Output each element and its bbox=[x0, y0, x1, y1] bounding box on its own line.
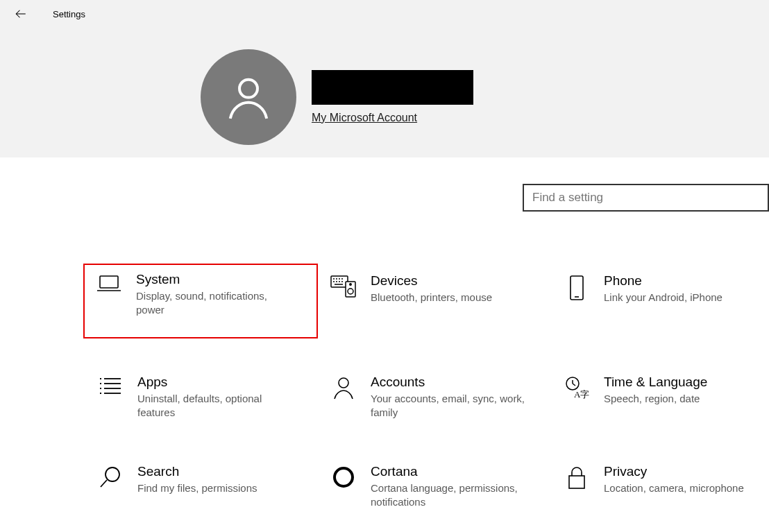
tile-title: Search bbox=[137, 464, 257, 479]
search-icon bbox=[99, 465, 122, 489]
svg-rect-35 bbox=[569, 476, 584, 488]
lock-icon bbox=[566, 465, 588, 490]
body-area: System Display, sound, notifications, po… bbox=[0, 157, 769, 185]
tile-sub: Cortana language, permissions, notificat… bbox=[371, 481, 530, 510]
tile-title: Phone bbox=[604, 273, 722, 289]
tile-accounts[interactable]: Accounts Your accounts, email, sync, wor… bbox=[318, 366, 551, 429]
tile-title: Cortana bbox=[371, 464, 530, 479]
tile-privacy[interactable]: Privacy Location, camera, microphone bbox=[551, 456, 769, 518]
tile-cortana[interactable]: Cortana Cortana language, permissions, n… bbox=[318, 456, 551, 518]
svg-point-34 bbox=[335, 468, 353, 486]
tile-phone[interactable]: Phone Link your Android, iPhone bbox=[551, 265, 769, 338]
tile-sub: Location, camera, microphone bbox=[604, 481, 744, 495]
tile-sub: Your accounts, email, sync, work, family bbox=[371, 392, 530, 420]
svg-rect-2 bbox=[100, 276, 118, 288]
tile-sub: Link your Android, iPhone bbox=[604, 291, 722, 304]
search-input[interactable] bbox=[523, 184, 769, 212]
laptop-icon bbox=[96, 273, 121, 294]
tile-sub: Display, sound, notifications, power bbox=[136, 289, 297, 318]
clock-language-icon: A字 bbox=[564, 376, 590, 400]
svg-point-32 bbox=[105, 467, 119, 481]
svg-point-16 bbox=[350, 284, 351, 285]
svg-line-30 bbox=[573, 384, 575, 386]
account-text: My Microsoft Account bbox=[312, 70, 473, 124]
tile-title: Accounts bbox=[371, 375, 530, 390]
header-area: Settings My Microsoft Account bbox=[0, 0, 769, 157]
svg-rect-17 bbox=[571, 276, 583, 300]
my-microsoft-account-link[interactable]: My Microsoft Account bbox=[312, 112, 417, 124]
tile-title: Privacy bbox=[604, 464, 744, 479]
svg-point-1 bbox=[239, 80, 257, 98]
tile-system[interactable]: System Display, sound, notifications, po… bbox=[83, 264, 318, 338]
avatar[interactable] bbox=[201, 49, 296, 145]
tiles-grid: System Display, sound, notifications, po… bbox=[85, 265, 769, 518]
cortana-icon bbox=[332, 465, 355, 489]
title-bar: Settings bbox=[0, 0, 769, 28]
account-name-redacted bbox=[312, 70, 473, 105]
tile-sub: Speech, region, date bbox=[604, 392, 707, 406]
svg-text:A字: A字 bbox=[574, 389, 589, 400]
tile-search[interactable]: Search Find my files, permissions bbox=[85, 456, 318, 518]
tile-sub: Uninstall, defaults, optional features bbox=[137, 392, 297, 420]
tile-title: Apps bbox=[137, 375, 297, 390]
arrow-left-icon bbox=[15, 8, 27, 20]
tile-title: Devices bbox=[371, 273, 492, 289]
tile-devices[interactable]: Devices Bluetooth, printers, mouse bbox=[318, 265, 551, 338]
back-button[interactable] bbox=[12, 6, 29, 22]
user-icon bbox=[223, 71, 274, 123]
tile-title: Time & Language bbox=[604, 375, 707, 390]
keyboard-speaker-icon bbox=[330, 275, 357, 298]
list-icon bbox=[99, 376, 122, 395]
tile-sub: Bluetooth, printers, mouse bbox=[371, 291, 492, 304]
svg-point-27 bbox=[339, 378, 348, 388]
window-title: Settings bbox=[53, 9, 85, 19]
tile-time-language[interactable]: A字 Time & Language Speech, region, date bbox=[551, 366, 769, 429]
search-wrap bbox=[523, 184, 769, 212]
tile-title: System bbox=[136, 272, 297, 287]
tile-sub: Find my files, permissions bbox=[137, 481, 257, 495]
phone-icon bbox=[568, 275, 586, 301]
account-block: My Microsoft Account bbox=[201, 49, 473, 145]
person-icon bbox=[332, 376, 355, 400]
tile-apps[interactable]: Apps Uninstall, defaults, optional featu… bbox=[85, 366, 318, 429]
svg-line-33 bbox=[101, 480, 107, 487]
